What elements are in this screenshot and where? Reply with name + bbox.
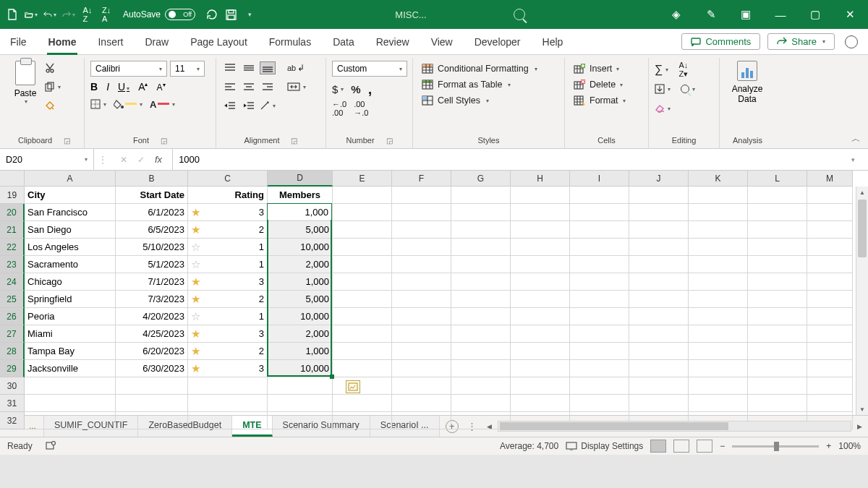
column-header-C[interactable]: C (188, 171, 268, 187)
horizontal-scrollbar[interactable] (498, 421, 851, 432)
cell[interactable] (392, 239, 451, 256)
analyze-data-button[interactable]: Analyze Data (726, 61, 769, 104)
cell[interactable] (451, 360, 511, 377)
cell[interactable] (689, 204, 748, 221)
cell[interactable]: 5/10/2023 (116, 239, 188, 256)
font-launcher-icon[interactable]: ◲ (161, 137, 167, 145)
autosum-button[interactable]: ∑▾ (655, 62, 668, 77)
cell[interactable] (392, 291, 451, 308)
cell[interactable] (511, 343, 570, 360)
cell[interactable] (570, 360, 629, 377)
align-left-button[interactable] (222, 80, 238, 93)
borders-button[interactable]: ▾ (90, 97, 106, 111)
cell[interactable] (333, 256, 392, 273)
row-header[interactable]: 22 (0, 239, 25, 256)
cell[interactable] (748, 221, 807, 239)
cell[interactable] (451, 377, 511, 395)
cell[interactable] (333, 377, 392, 395)
cell[interactable] (689, 221, 748, 239)
cell[interactable] (748, 239, 807, 256)
cell[interactable] (689, 360, 748, 377)
cell[interactable]: ★2 (188, 221, 268, 239)
cell[interactable] (451, 221, 511, 239)
row-header[interactable]: 20 (0, 204, 25, 221)
cell[interactable] (392, 204, 451, 221)
cell[interactable] (807, 273, 853, 291)
increase-indent-button[interactable] (241, 99, 257, 112)
undo-icon[interactable]: ▾ (43, 9, 56, 20)
fill-button[interactable]: ▾ (655, 82, 671, 96)
row-header[interactable]: 19 (0, 187, 25, 204)
tab-developer[interactable]: Developer (475, 29, 521, 55)
cell[interactable] (392, 325, 451, 343)
cell[interactable]: 10,000 (268, 308, 333, 325)
vertical-scrollbar[interactable]: ▲ ▼ (856, 187, 868, 415)
cell[interactable] (748, 360, 807, 377)
tab-help[interactable]: Help (542, 29, 563, 55)
cell[interactable] (451, 343, 511, 360)
column-header-B[interactable]: B (116, 171, 188, 187)
cell[interactable]: ☆1 (188, 256, 268, 273)
cell[interactable] (807, 308, 853, 325)
align-top-button[interactable] (222, 61, 238, 74)
diamond-icon[interactable]: ◈ (664, 2, 689, 27)
tab-data[interactable]: Data (333, 29, 354, 55)
clear-button[interactable]: ▾ (655, 101, 671, 116)
cell[interactable] (570, 221, 629, 239)
cell[interactable]: ★2 (188, 343, 268, 360)
underline-button[interactable]: U▾ (118, 81, 129, 93)
cell[interactable] (689, 291, 748, 308)
cell[interactable] (629, 291, 689, 308)
tab-view[interactable]: View (431, 29, 453, 55)
cell[interactable]: ★3 (188, 360, 268, 377)
column-header-L[interactable]: L (748, 171, 807, 187)
row-header[interactable]: 24 (0, 273, 25, 291)
cell[interactable]: ★3 (188, 325, 268, 343)
cell[interactable] (392, 187, 451, 204)
format-painter-button[interactable] (45, 98, 61, 113)
zoom-slider[interactable] (732, 445, 819, 448)
row-header[interactable]: 32 (0, 412, 25, 429)
decrease-indent-button[interactable] (222, 99, 238, 112)
cell[interactable]: Jacksonville (25, 360, 116, 377)
cell[interactable] (807, 343, 853, 360)
cell[interactable] (188, 412, 268, 429)
increase-decimal-button[interactable]: ←.0.00 (332, 101, 346, 116)
cell[interactable] (807, 256, 853, 273)
cell[interactable] (451, 256, 511, 273)
cell[interactable] (511, 187, 570, 204)
brush-icon[interactable]: ✎ (699, 2, 723, 27)
cell[interactable] (392, 273, 451, 291)
cell[interactable] (392, 343, 451, 360)
cell[interactable] (268, 395, 333, 412)
cell[interactable]: 10,000 (268, 360, 333, 377)
cell[interactable] (451, 291, 511, 308)
comments-button[interactable]: Comments (681, 33, 760, 50)
cell[interactable]: 5,000 (268, 291, 333, 308)
cell[interactable] (511, 377, 570, 395)
cell[interactable]: ★3 (188, 204, 268, 221)
merge-button[interactable]: ▾ (287, 80, 306, 94)
cell[interactable] (333, 239, 392, 256)
cell[interactable] (629, 308, 689, 325)
cell[interactable] (629, 273, 689, 291)
spreadsheet-grid[interactable]: ABCDEFGHIJKLM 19202122232425262728293031… (0, 171, 868, 415)
cut-button[interactable] (45, 61, 61, 75)
cell[interactable] (511, 221, 570, 239)
cell[interactable]: 6/1/2023 (116, 204, 188, 221)
cell[interactable] (333, 308, 392, 325)
zoom-level[interactable]: 100% (838, 441, 861, 451)
row-header[interactable]: 29 (0, 360, 25, 377)
cell[interactable] (807, 204, 853, 221)
cell[interactable] (748, 204, 807, 221)
bold-button[interactable]: B (90, 81, 98, 93)
cell[interactable] (392, 395, 451, 412)
format-cells-button[interactable]: Format▾ (571, 94, 629, 107)
align-center-button[interactable] (241, 80, 257, 93)
cell[interactable] (629, 204, 689, 221)
cell[interactable] (748, 256, 807, 273)
cell[interactable] (511, 360, 570, 377)
row-header[interactable]: 28 (0, 343, 25, 360)
cell[interactable] (689, 325, 748, 343)
cell[interactable] (629, 239, 689, 256)
